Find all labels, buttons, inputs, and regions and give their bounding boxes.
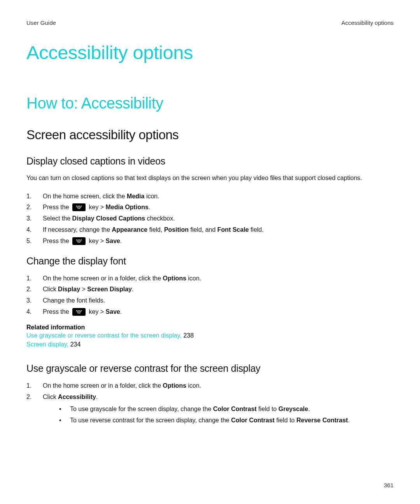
bold-text: Screen Display xyxy=(87,286,132,292)
bold-text: Greyscale xyxy=(278,406,308,412)
related-page-ref: 234 xyxy=(68,341,80,348)
bold-text: Reverse Contrast xyxy=(296,417,348,424)
menu-key-icon xyxy=(72,203,86,211)
closed-captions-steps: On the home screen, click the Media icon… xyxy=(26,192,394,246)
svg-point-5 xyxy=(79,207,80,208)
text: Press the xyxy=(43,204,71,210)
svg-point-22 xyxy=(77,311,78,312)
svg-point-0 xyxy=(76,206,77,207)
closed-captions-intro: You can turn on closed captions so that … xyxy=(26,174,394,182)
svg-point-26 xyxy=(79,312,80,313)
related-link-screen-display[interactable]: Screen display, xyxy=(26,341,68,348)
text: field to xyxy=(257,406,278,412)
text: icon. xyxy=(186,382,201,389)
page-number: 361 xyxy=(384,482,394,488)
svg-point-12 xyxy=(81,239,82,240)
text: . xyxy=(132,286,133,292)
related-link: Screen display, 234 xyxy=(26,340,394,349)
grayscale-bullets: To use grayscale for the screen display,… xyxy=(43,404,394,425)
text: If necessary, change the xyxy=(43,226,112,233)
svg-point-4 xyxy=(77,207,78,208)
text: To use reverse contrast for the screen d… xyxy=(70,417,231,424)
related-link: Use grayscale or reverse contrast for th… xyxy=(26,331,394,340)
svg-point-18 xyxy=(76,310,77,311)
text: . xyxy=(96,394,98,400)
step: Click Display > Screen Display. xyxy=(26,285,394,294)
grayscale-steps: On the home screen or in a folder, click… xyxy=(26,381,394,425)
topic-closed-captions: Display closed captions in videos xyxy=(26,156,394,167)
text: . xyxy=(149,204,150,210)
svg-point-14 xyxy=(79,240,80,242)
step: Press the key > Media Options. xyxy=(26,203,394,212)
bold-text: Accessibility xyxy=(58,394,96,400)
bold-text: Position xyxy=(164,226,189,233)
step: Change the font fields. xyxy=(26,296,394,306)
step: Press the key > Save. xyxy=(26,307,394,317)
related-page-ref: 238 xyxy=(182,332,194,339)
bold-text: Display xyxy=(58,286,80,292)
step: If necessary, change the Appearance fiel… xyxy=(26,225,394,235)
svg-point-1 xyxy=(78,206,79,207)
bold-text: Color Contrast xyxy=(231,417,275,424)
text: key > xyxy=(87,238,106,244)
text: field. xyxy=(249,226,264,233)
step: On the home screen or in a folder, click… xyxy=(26,381,394,391)
svg-point-10 xyxy=(78,239,79,240)
text: field to xyxy=(275,417,296,424)
text: Press the xyxy=(43,238,71,244)
step: On the home screen, click the Media icon… xyxy=(26,192,394,201)
svg-point-20 xyxy=(79,310,80,311)
text: icon. xyxy=(186,275,201,282)
topic-display-font: Change the display font xyxy=(26,256,394,267)
bold-text: Media Options xyxy=(106,204,149,210)
svg-point-23 xyxy=(79,311,80,312)
text: On the home screen, click the xyxy=(43,193,127,200)
svg-point-16 xyxy=(78,242,79,243)
text: On the home screen or in a folder, click… xyxy=(43,382,163,389)
header-right: Accessibility options xyxy=(341,19,394,26)
svg-point-11 xyxy=(79,239,80,240)
bold-text: Appearance xyxy=(112,226,148,233)
text: Click xyxy=(43,394,58,400)
svg-point-8 xyxy=(79,208,80,209)
related-info-heading: Related information xyxy=(26,324,394,331)
text: > xyxy=(80,286,87,292)
step: On the home screen or in a folder, click… xyxy=(26,274,394,284)
text: . xyxy=(348,417,350,424)
bold-text: Options xyxy=(163,275,186,282)
svg-point-19 xyxy=(78,310,79,311)
text: key > xyxy=(87,204,106,210)
bold-text: Save xyxy=(106,308,120,315)
svg-point-15 xyxy=(80,240,81,242)
bold-text: Save xyxy=(106,238,120,244)
text: Click xyxy=(43,286,58,292)
svg-point-25 xyxy=(78,312,79,313)
step: Select the Display Closed Captions check… xyxy=(26,214,394,224)
text: On the home screen or in a folder, click… xyxy=(43,275,163,282)
text: . xyxy=(120,238,122,244)
header-left: User Guide xyxy=(26,19,56,26)
subsection-screen-options: Screen accessibility options xyxy=(26,128,394,142)
page-title: Accessibility options xyxy=(26,42,394,63)
text: Press the xyxy=(43,308,71,315)
text: . xyxy=(308,406,310,412)
bold-text: Font Scale xyxy=(217,226,249,233)
svg-point-2 xyxy=(79,206,80,207)
topic-grayscale: Use grayscale or reverse contrast for th… xyxy=(26,363,394,374)
text: field, xyxy=(147,226,164,233)
svg-point-6 xyxy=(80,207,81,208)
text: field, and xyxy=(189,226,217,233)
bullet: To use grayscale for the screen display,… xyxy=(59,404,394,414)
text: To use grayscale for the screen display,… xyxy=(70,406,213,412)
text: Select the xyxy=(43,215,72,222)
display-font-steps: On the home screen or in a folder, click… xyxy=(26,274,394,317)
step: Press the key > Save. xyxy=(26,236,394,246)
menu-key-icon xyxy=(72,308,86,316)
text: . xyxy=(120,308,122,315)
text: key > xyxy=(87,308,106,315)
menu-key-icon xyxy=(72,237,86,245)
bullet: To use reverse contrast for the screen d… xyxy=(59,416,394,425)
related-link-grayscale[interactable]: Use grayscale or reverse contrast for th… xyxy=(26,332,182,339)
bold-text: Color Contrast xyxy=(213,406,257,412)
svg-point-17 xyxy=(79,242,80,243)
